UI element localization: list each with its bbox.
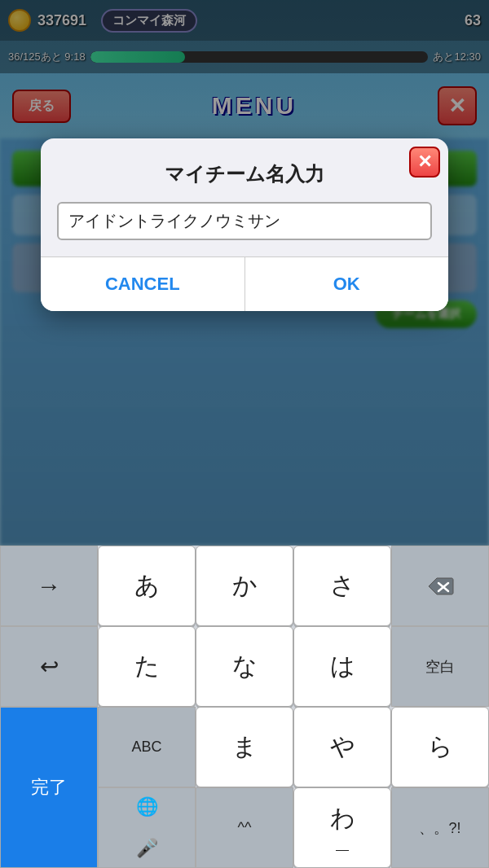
delete-icon xyxy=(425,575,455,598)
game-background: 337691 コンマイ森河 63 36/125あと 9:18 あと12:30 戻… xyxy=(0,0,489,546)
ta-key[interactable]: た xyxy=(98,626,196,707)
space-key[interactable]: 空白 xyxy=(391,626,489,707)
dialog-overlay: ✕ マイチーム名入力 CANCEL OK xyxy=(0,0,489,546)
ka-key[interactable]: か xyxy=(196,546,293,626)
globe-icon: 🌐 xyxy=(136,796,158,818)
symbol-key[interactable]: ^^ xyxy=(196,787,293,868)
ya-key[interactable]: や xyxy=(293,707,391,787)
cancel-button[interactable]: CANCEL xyxy=(41,257,245,311)
keyboard-row4-left: 🌐 🎤 xyxy=(98,787,196,868)
team-name-input[interactable] xyxy=(57,202,432,240)
ra-key[interactable]: ら xyxy=(391,707,489,787)
keyboard: → あ か さ ↩ た な は xyxy=(0,546,489,868)
undo-icon: ↩ xyxy=(40,653,59,680)
dialog-close-button[interactable]: ✕ xyxy=(409,147,440,178)
done-key[interactable]: 完了 xyxy=(0,707,98,868)
abc-key[interactable]: ABC xyxy=(98,707,196,787)
dialog-title: マイチーム名入力 xyxy=(41,138,448,202)
delete-key[interactable] xyxy=(391,546,489,626)
ok-button[interactable]: OK xyxy=(245,257,449,311)
globe-key[interactable]: 🌐 xyxy=(136,788,158,826)
mic-key[interactable]: 🎤 xyxy=(136,830,158,868)
mic-icon: 🎤 xyxy=(136,838,158,859)
ma-key[interactable]: ま xyxy=(196,707,293,787)
sa-key[interactable]: さ xyxy=(293,546,391,626)
keyboard-grid: → あ か さ ↩ た な は xyxy=(0,546,489,868)
na-key[interactable]: な xyxy=(196,626,293,707)
punctuation-key[interactable]: 、。?! xyxy=(391,787,489,868)
a-key[interactable]: あ xyxy=(98,546,196,626)
arrow-right-key[interactable]: → xyxy=(0,546,98,626)
ha-key[interactable]: は xyxy=(293,626,391,707)
dialog-input-area xyxy=(41,202,448,256)
underscore-char: ＿ xyxy=(336,837,349,854)
wa-key[interactable]: わ ＿ xyxy=(293,787,391,868)
team-name-dialog: ✕ マイチーム名入力 CANCEL OK xyxy=(41,138,448,311)
undo-key[interactable]: ↩ xyxy=(0,626,98,707)
dialog-buttons: CANCEL OK xyxy=(41,256,448,311)
